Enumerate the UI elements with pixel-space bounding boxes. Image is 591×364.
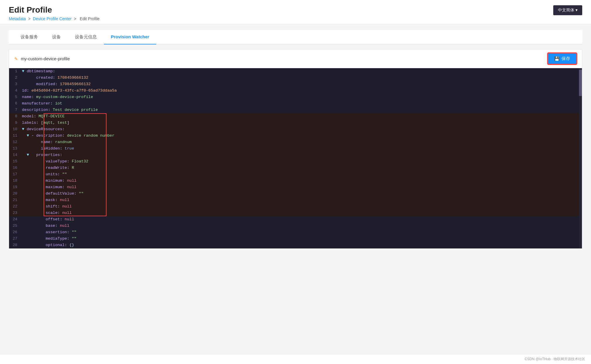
- main-content: 设备服务 设备 设备元信息 Provision Watcher ✎ my-cus…: [0, 24, 591, 255]
- breadcrumb-device-profile-center[interactable]: Device Profile Center: [33, 16, 71, 21]
- breadcrumb-metadata[interactable]: Metadata: [9, 16, 26, 21]
- code-line-15: 15 valueType: Float32: [9, 158, 582, 165]
- line-content-23: scale: null: [21, 210, 582, 216]
- tab-device[interactable]: 设备: [45, 30, 68, 44]
- line-num-22: 22: [9, 203, 21, 210]
- scrollbar-thumb[interactable]: [579, 70, 582, 96]
- line-num-18: 18: [9, 178, 21, 184]
- footer-text: CSDN @IoTHub · 物联网开源技术社区: [525, 357, 585, 361]
- footer: CSDN @IoTHub · 物联网开源技术社区: [0, 354, 591, 364]
- code-line-26: 26 assertion: "": [9, 229, 582, 236]
- code-line-22: 22 shift: null: [9, 203, 582, 210]
- code-editor[interactable]: 1 ▼ dbtimestamp: 2 created: 170845966613…: [9, 68, 582, 248]
- line-content-6: manufacturer: iot: [21, 100, 582, 107]
- code-line-10: 10 ▼ deviceResources:: [9, 126, 582, 133]
- line-content-24: offset: null: [21, 216, 582, 223]
- line-num-5: 5: [9, 94, 21, 100]
- code-line-12: 12 name: randnum: [9, 139, 582, 145]
- line-content-2: created: 1708459666132: [21, 75, 582, 81]
- code-line-4: 4 id: e045d604-02f3-43fc-a7f0-65ad73ddaa…: [9, 87, 582, 94]
- line-content-7: description: Test device profile: [21, 107, 582, 113]
- code-line-27: 27 mediaType: "": [9, 236, 582, 242]
- line-num-6: 6: [9, 100, 21, 107]
- line-num-2: 2: [9, 75, 21, 81]
- editor-container: ✎ my-custom-device-profile 💾 保存 1 ▼ dbti…: [9, 49, 582, 249]
- code-line-24: 24 offset: null: [9, 216, 582, 223]
- line-num-17: 17: [9, 171, 21, 178]
- line-content-25: base: null: [21, 223, 582, 229]
- line-content-4: id: e045d604-02f3-43fc-a7f0-65ad73ddaa5a: [21, 87, 582, 94]
- line-num-14: 14: [9, 152, 21, 158]
- save-button[interactable]: 💾 保存: [548, 53, 577, 64]
- line-num-12: 12: [9, 139, 21, 145]
- code-line-25: 25 base: null: [9, 223, 582, 229]
- code-line-21: 21 mask: null: [9, 197, 582, 203]
- line-content-12: name: randnum: [21, 139, 582, 145]
- breadcrumb-sep1: >: [28, 16, 32, 21]
- code-line-14: 14 ▼ properties:: [9, 152, 582, 158]
- code-line-19: 19 maximum: null: [9, 184, 582, 190]
- edit-icon: ✎: [14, 56, 18, 61]
- line-content-13: isHidden: true: [21, 145, 582, 152]
- breadcrumb-current: Edit Profile: [80, 16, 100, 21]
- line-content-14: ▼ properties:: [21, 152, 582, 158]
- line-num-19: 19: [9, 184, 21, 190]
- line-content-9: labels: [mqtt, test]: [21, 120, 582, 126]
- line-num-1: 1: [9, 68, 21, 75]
- line-content-16: readWrite: R: [21, 165, 582, 171]
- scrollbar-track[interactable]: [579, 68, 582, 248]
- save-icon: 💾: [554, 56, 560, 61]
- tab-device-service[interactable]: 设备服务: [13, 30, 45, 44]
- file-name-area: ✎ my-custom-device-profile: [14, 56, 70, 61]
- line-content-21: mask: null: [21, 197, 582, 203]
- line-num-11: 11: [9, 133, 21, 139]
- save-label: 保存: [561, 56, 570, 61]
- line-content-10: ▼ deviceResources:: [21, 126, 582, 133]
- code-line-6: 6 manufacturer: iot: [9, 100, 582, 107]
- code-line-18: 18 minimum: null: [9, 178, 582, 184]
- line-content-3: modified: 1708459666132: [21, 81, 582, 87]
- code-line-1: 1 ▼ dbtimestamp:: [9, 68, 582, 75]
- breadcrumb: Metadata > Device Profile Center > Edit …: [9, 16, 101, 21]
- line-num-13: 13: [9, 145, 21, 152]
- top-bar: Edit Profile Metadata > Device Profile C…: [0, 0, 591, 24]
- code-line-7: 7 description: Test device profile: [9, 107, 582, 113]
- line-num-24: 24: [9, 216, 21, 223]
- line-num-15: 15: [9, 158, 21, 165]
- line-num-4: 4: [9, 87, 21, 94]
- line-num-3: 3: [9, 81, 21, 87]
- line-content-11: ▼ - description: device random number: [21, 133, 582, 139]
- title-section: Edit Profile Metadata > Device Profile C…: [9, 5, 101, 21]
- line-content-22: shift: null: [21, 203, 582, 210]
- breadcrumb-sep2: >: [74, 16, 78, 21]
- code-line-9: 9 labels: [mqtt, test]: [9, 120, 582, 126]
- line-content-5: name: my-custom-device-profile: [21, 94, 582, 100]
- code-line-28: 28 optional: {}: [9, 242, 582, 248]
- code-line-17: 17 units: "": [9, 171, 582, 178]
- line-content-19: maximum: null: [21, 184, 582, 190]
- page-title: Edit Profile: [9, 5, 101, 15]
- line-content-18: minimum: null: [21, 178, 582, 184]
- line-num-16: 16: [9, 165, 21, 171]
- line-content-1: ▼ dbtimestamp:: [21, 68, 582, 75]
- line-num-25: 25: [9, 223, 21, 229]
- tab-provision-watcher[interactable]: Provision Watcher: [104, 30, 156, 44]
- line-num-26: 26: [9, 229, 21, 236]
- code-line-8: 8 model: MQTT-DEVICE: [9, 113, 582, 120]
- line-num-8: 8: [9, 113, 21, 120]
- line-content-15: valueType: Float32: [21, 158, 582, 165]
- line-content-8: model: MQTT-DEVICE: [21, 113, 582, 120]
- line-content-28: optional: {}: [21, 242, 582, 248]
- code-line-23: 23 scale: null: [9, 210, 582, 216]
- line-num-21: 21: [9, 197, 21, 203]
- filename-label: my-custom-device-profile: [21, 56, 70, 61]
- line-num-10: 10: [9, 126, 21, 133]
- line-num-27: 27: [9, 236, 21, 242]
- line-content-20: defaultValue: "": [21, 190, 582, 197]
- code-line-16: 16 readWrite: R: [9, 165, 582, 171]
- line-num-7: 7: [9, 107, 21, 113]
- line-num-28: 28: [9, 242, 21, 248]
- tab-device-meta[interactable]: 设备元信息: [68, 30, 104, 44]
- code-line-20: 20 defaultValue: "": [9, 190, 582, 197]
- language-button[interactable]: 中文简体 ▾: [553, 5, 582, 15]
